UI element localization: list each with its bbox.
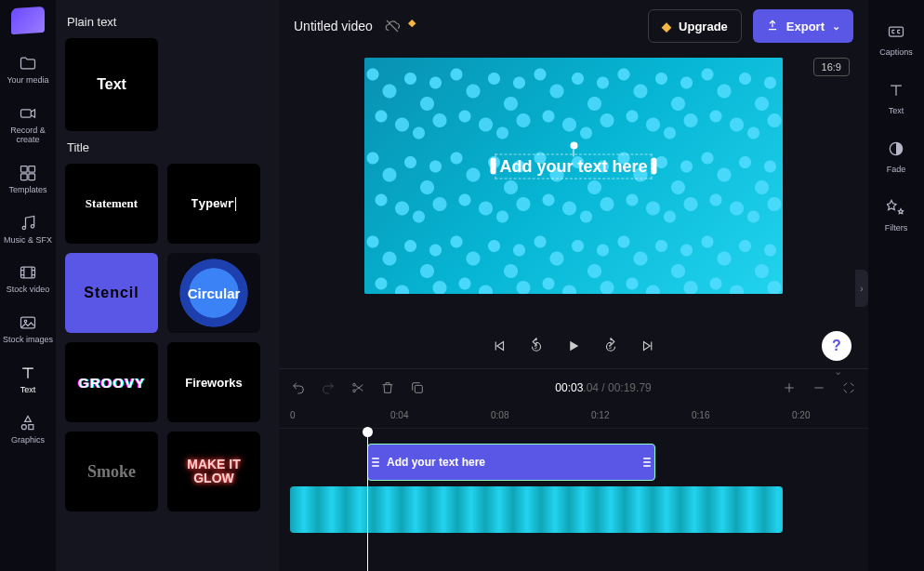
rr-fade[interactable]: Fade: [868, 130, 924, 185]
rotate-handle[interactable]: [570, 141, 577, 149]
tile-statement[interactable]: Statement: [65, 164, 158, 244]
tile-glow[interactable]: MAKE IT GLOW: [167, 432, 260, 511]
ruler-tick: 0:12: [591, 410, 609, 420]
clip-label: Add your text here: [387, 456, 485, 469]
rr-filters[interactable]: Filters: [868, 189, 924, 244]
text-track[interactable]: Add your text here: [290, 444, 857, 481]
nav-record-create[interactable]: Record & create: [0, 97, 56, 154]
section-title: Title: [67, 140, 270, 154]
svg-point-14: [353, 383, 356, 386]
tile-plain-text[interactable]: Text: [65, 38, 158, 131]
tile-label: Circular: [188, 286, 241, 301]
nav-label: Your media: [7, 76, 48, 86]
tile-smoke[interactable]: Smoke: [65, 432, 158, 511]
fit-button[interactable]: [840, 379, 857, 396]
nav-templates[interactable]: Templates: [0, 156, 56, 205]
chevron-down-icon: ⌄: [832, 20, 840, 33]
delete-button[interactable]: [379, 379, 396, 396]
film-icon: [19, 263, 37, 282]
nav-your-media[interactable]: Your media: [0, 46, 56, 95]
duplicate-button[interactable]: [409, 379, 426, 396]
nav-label: Music & SFX: [4, 236, 52, 246]
svg-rect-7: [21, 268, 35, 279]
tile-circular[interactable]: Circular: [167, 253, 260, 333]
templates-icon: [19, 164, 37, 182]
nav-label: Stock images: [3, 336, 53, 345]
tile-label: MAKE IT GLOW: [167, 458, 260, 486]
aspect-ratio-button[interactable]: 16:9: [813, 58, 850, 76]
zoom-in-button[interactable]: [781, 379, 798, 396]
rr-text[interactable]: Text: [868, 72, 924, 126]
nav-music-sfx[interactable]: Music & SFX: [0, 206, 56, 255]
svg-rect-11: [29, 425, 33, 430]
text-clip[interactable]: Add your text here: [367, 444, 655, 481]
nav-label: Stock video: [7, 286, 50, 295]
play-button[interactable]: [563, 336, 584, 356]
camera-icon: [19, 104, 37, 123]
tile-groovy[interactable]: GROOVY: [65, 342, 158, 422]
project-title[interactable]: Untitled video: [294, 19, 373, 33]
timeline-tracks[interactable]: Add your text here: [279, 429, 868, 571]
nav-stock-images[interactable]: Stock images: [0, 306, 56, 354]
folder-icon: [19, 54, 37, 73]
playhead[interactable]: [367, 429, 368, 571]
clip-handle-right[interactable]: [643, 450, 651, 474]
upgrade-button[interactable]: ◆ Upgrade: [648, 9, 742, 43]
ruler-tick: 0: [290, 410, 296, 420]
timeline-ruler[interactable]: 0 0:04 0:08 0:12 0:16 0:20: [279, 406, 868, 429]
svg-point-9: [24, 320, 27, 323]
rewind-5-button[interactable]: 5: [526, 336, 547, 356]
tile-fireworks[interactable]: Fireworks: [167, 342, 260, 422]
music-icon: [19, 214, 37, 232]
redo-button[interactable]: [320, 379, 337, 396]
playback-bar: 5 5 ? ⌄: [279, 324, 868, 368]
tile-stencil[interactable]: Stencil: [65, 253, 158, 333]
ruler-tick: 0:04: [390, 410, 408, 420]
nav-graphics[interactable]: Graphics: [0, 406, 56, 455]
undo-button[interactable]: [290, 379, 307, 396]
text-overlay[interactable]: Add your text here: [495, 153, 652, 179]
nav-stock-video[interactable]: Stock video: [0, 256, 56, 304]
svg-text:5: 5: [535, 344, 537, 350]
help-button[interactable]: ?: [822, 331, 851, 361]
svg-text:5: 5: [609, 344, 612, 350]
ruler-tick: 0:20: [792, 410, 810, 420]
time-sep: /: [599, 381, 608, 394]
rr-captions[interactable]: Captions: [868, 13, 924, 68]
skip-start-button[interactable]: [489, 336, 509, 356]
app-logo[interactable]: [11, 7, 45, 35]
resize-handle-right[interactable]: [652, 158, 657, 175]
nav-text[interactable]: Text: [0, 356, 56, 405]
tile-typewriter[interactable]: Typewr: [167, 164, 260, 244]
premium-indicator-icon: ◆: [408, 17, 416, 29]
video-clip[interactable]: [290, 486, 783, 533]
time-current-frac: .04: [583, 381, 599, 394]
timeline-toolbar: 00:03.04 / 00:19.79: [279, 369, 868, 406]
svg-rect-17: [890, 27, 904, 36]
tile-label: Fireworks: [185, 376, 242, 390]
section-plain-text: Plain text: [67, 15, 270, 29]
shapes-icon: [19, 414, 37, 432]
svg-point-10: [21, 425, 26, 430]
export-label: Export: [786, 20, 825, 33]
zoom-out-button[interactable]: [811, 379, 827, 396]
svg-rect-16: [415, 385, 422, 392]
tile-label: Smoke: [87, 462, 136, 482]
cloud-off-icon[interactable]: [384, 18, 401, 34]
video-preview[interactable]: Add your text here: [364, 58, 783, 294]
collapse-panel-right[interactable]: ›: [855, 270, 868, 307]
export-button[interactable]: Export ⌄: [753, 9, 853, 43]
clip-handle-left[interactable]: [372, 450, 379, 474]
video-track[interactable]: [290, 486, 857, 533]
svg-rect-0: [21, 110, 32, 117]
skip-end-button[interactable]: [638, 336, 658, 356]
forward-5-button[interactable]: 5: [601, 336, 621, 356]
tile-label: Stencil: [84, 285, 139, 301]
expand-chevron-icon[interactable]: ⌄: [834, 365, 842, 378]
right-rail: Captions Text Fade Filters: [868, 0, 924, 571]
captions-icon: [887, 22, 905, 43]
split-button[interactable]: [350, 379, 366, 396]
image-icon: [19, 313, 37, 332]
resize-handle-left[interactable]: [490, 158, 495, 175]
rr-label: Text: [889, 106, 904, 115]
